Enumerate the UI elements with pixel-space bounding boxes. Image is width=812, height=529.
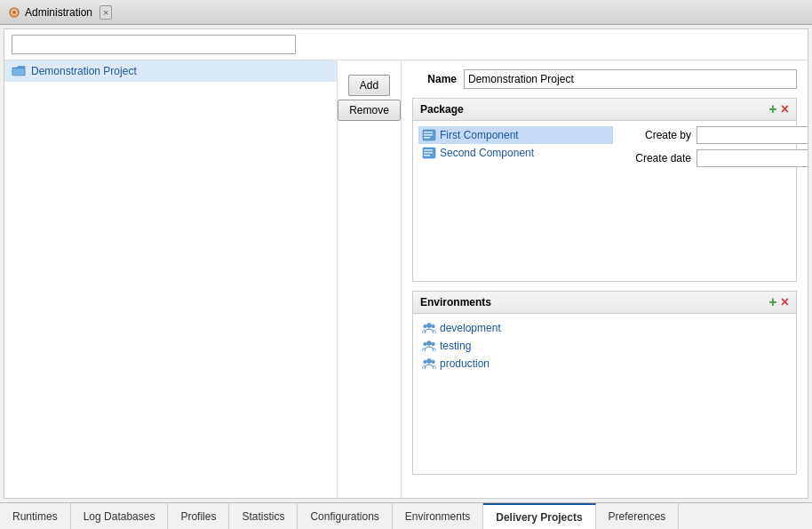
environments-section-header: Environments + × — [413, 292, 796, 314]
tab-log-databases[interactable]: Log Databases — [71, 503, 169, 529]
tab-environments[interactable]: Environments — [393, 503, 483, 529]
svg-point-15 — [424, 342, 427, 346]
create-date-row: Create date — [620, 149, 791, 167]
admin-icon — [7, 5, 21, 20]
svg-rect-9 — [424, 152, 433, 154]
svg-point-12 — [424, 325, 427, 328]
svg-point-11 — [427, 324, 432, 328]
action-buttons: Add Remove — [338, 60, 402, 498]
tab-bar: Runtimes Log Databases Profiles Statisti… — [0, 502, 812, 529]
environments-section-actions: + × — [768, 295, 789, 309]
env-icon-development — [422, 321, 436, 335]
svg-rect-4 — [424, 132, 433, 133]
component-label-first: First Component — [440, 129, 519, 141]
project-label-demo: Demonstration Project — [31, 65, 137, 77]
create-by-row: Create by — [620, 126, 791, 144]
name-field-row: Name — [412, 69, 797, 89]
left-panel: Demonstration Project — [4, 60, 338, 498]
title-bar-label: Administration — [25, 6, 92, 19]
split-wrapper: Demonstration Project Add Remove Name Pa… — [4, 60, 808, 498]
env-icon-testing — [422, 339, 436, 353]
env-label-development: development — [440, 322, 501, 334]
title-bar-close-button[interactable]: × — [100, 5, 112, 20]
package-section-body: First Component Seco — [413, 121, 796, 281]
create-by-input[interactable] — [697, 126, 808, 144]
svg-rect-5 — [424, 134, 433, 136]
search-input[interactable] — [12, 35, 296, 54]
component-icon-first — [422, 128, 436, 142]
env-label-testing: testing — [440, 340, 471, 352]
svg-rect-10 — [424, 155, 430, 156]
package-section: Package + × — [412, 98, 797, 282]
remove-button[interactable]: Remove — [338, 100, 401, 121]
environments-section: Environments + × — [412, 291, 797, 475]
tab-preferences[interactable]: Preferences — [596, 503, 680, 529]
search-area — [4, 29, 808, 60]
env-item-development[interactable]: development — [418, 319, 791, 337]
create-date-label: Create date — [620, 152, 691, 164]
package-add-icon[interactable]: + — [768, 102, 776, 116]
create-by-label: Create by — [620, 129, 691, 141]
svg-point-13 — [432, 325, 435, 328]
tab-runtimes[interactable]: Runtimes — [0, 503, 71, 529]
component-item-first[interactable]: First Component — [418, 126, 613, 144]
main-content: Demonstration Project Add Remove Name Pa… — [4, 28, 808, 499]
add-button[interactable]: Add — [348, 75, 390, 96]
package-section-title: Package — [420, 103, 464, 116]
folder-icon — [12, 64, 26, 78]
package-side-fields: Create by Create date — [613, 126, 791, 276]
svg-point-18 — [424, 360, 427, 364]
svg-point-1 — [12, 11, 16, 14]
component-icon-second — [422, 146, 436, 160]
right-panel: Name Package + × — [402, 60, 808, 498]
env-item-testing[interactable]: testing — [418, 337, 791, 355]
component-label-second: Second Component — [440, 147, 534, 159]
package-remove-icon[interactable]: × — [781, 102, 789, 116]
tab-configurations[interactable]: Configurations — [298, 503, 392, 529]
env-add-icon[interactable]: + — [768, 295, 776, 309]
create-date-input[interactable] — [697, 149, 808, 167]
svg-point-16 — [432, 342, 435, 346]
component-list: First Component Seco — [418, 126, 613, 276]
tab-statistics[interactable]: Statistics — [229, 503, 298, 529]
project-item-demo[interactable]: Demonstration Project — [4, 60, 337, 82]
env-remove-icon[interactable]: × — [781, 295, 789, 309]
project-list: Demonstration Project — [4, 60, 337, 498]
svg-point-17 — [427, 359, 432, 364]
svg-point-19 — [432, 360, 435, 364]
name-label: Name — [412, 73, 457, 85]
environments-section-title: Environments — [420, 296, 491, 309]
package-section-actions: + × — [768, 102, 789, 116]
title-bar: Administration × — [0, 0, 812, 25]
svg-point-14 — [427, 341, 432, 346]
svg-rect-6 — [424, 137, 430, 139]
component-item-second[interactable]: Second Component — [418, 144, 613, 162]
tab-delivery-projects[interactable]: Delivery Projects — [483, 503, 595, 529]
name-input[interactable] — [464, 69, 797, 89]
svg-rect-2 — [12, 68, 25, 76]
env-item-production[interactable]: production — [418, 355, 791, 373]
package-section-header: Package + × — [413, 99, 796, 121]
svg-rect-8 — [424, 149, 433, 151]
tab-profiles[interactable]: Profiles — [168, 503, 229, 529]
environments-section-body: development — [413, 314, 796, 474]
env-label-production: production — [440, 357, 490, 370]
env-icon-production — [422, 357, 436, 371]
